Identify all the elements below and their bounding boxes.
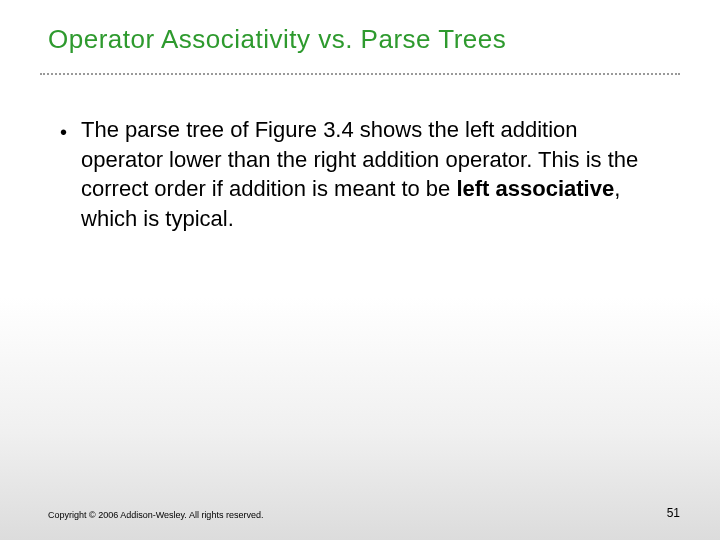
footer: Copyright © 2006 Addison-Wesley. All rig… [48, 506, 680, 520]
bullet-item: • The parse tree of Figure 3.4 shows the… [60, 115, 660, 234]
bullet-text: The parse tree of Figure 3.4 shows the l… [81, 115, 660, 234]
page-number: 51 [667, 506, 680, 520]
copyright-text: Copyright © 2006 Addison-Wesley. All rig… [48, 510, 263, 520]
content-area: • The parse tree of Figure 3.4 shows the… [0, 75, 720, 234]
bold-text: left associative [456, 176, 614, 201]
slide-title: Operator Associativity vs. Parse Trees [0, 0, 720, 55]
bullet-marker: • [60, 118, 67, 146]
